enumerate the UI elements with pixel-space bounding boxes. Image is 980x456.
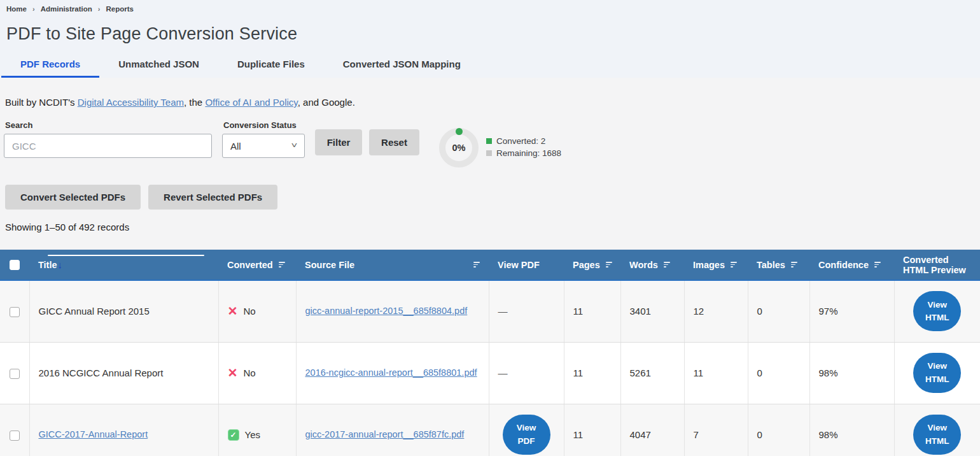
table-header: Title↓ Converted Source File View PDF Pa…	[0, 250, 980, 280]
conversion-status-group: Conversion Status All ˅	[222, 120, 305, 158]
column-header-images[interactable]: Images	[684, 250, 748, 280]
breadcrumb-item-reports[interactable]: Reports	[106, 5, 133, 13]
sort-icon[interactable]	[664, 262, 670, 267]
column-header-converted[interactable]: Converted	[218, 250, 296, 280]
sort-icon[interactable]	[606, 262, 612, 267]
breadcrumb-separator-icon: ›	[32, 5, 35, 13]
legend-item-remaining: Remaining: 1688	[486, 147, 561, 159]
breadcrumb-separator-icon: ›	[98, 5, 101, 13]
sort-icon[interactable]	[279, 262, 285, 267]
tables-cell: 0	[748, 342, 809, 404]
preview-cell: View HTML	[894, 280, 980, 342]
view-html-button[interactable]: View HTML	[913, 415, 961, 455]
remaining-legend-label: Remaining: 1688	[496, 147, 561, 159]
empty-value: —	[498, 306, 508, 317]
row-checkbox[interactable]	[10, 431, 20, 441]
pages-cell: 11	[564, 342, 620, 404]
column-label: Title	[38, 260, 57, 270]
column-label: Images	[693, 260, 725, 270]
tables-cell: 0	[748, 280, 809, 342]
sort-icon[interactable]	[731, 262, 737, 267]
source-file-link[interactable]: gicc-2017-annual-report__685f87fc.pdf	[305, 429, 465, 439]
column-header-tables[interactable]: Tables	[748, 250, 809, 280]
column-header-confidence[interactable]: Confidence	[809, 250, 894, 280]
source-file-cell: 2016-ncgicc-annual-report__685f8801.pdf	[296, 342, 489, 404]
conversion-status-select[interactable]: All ˅	[222, 134, 305, 158]
office-of-ai-and-policy-link[interactable]: Office of AI and Policy	[205, 97, 297, 108]
converted-swatch-icon	[486, 138, 492, 144]
column-label: Confidence	[818, 260, 869, 270]
converted-cell: ✕No	[218, 280, 296, 342]
source-file-link[interactable]: 2016-ncgicc-annual-report__685f8801.pdf	[305, 367, 477, 378]
conversion-progress: 0% Converted: 2 Remaining: 1688	[439, 128, 561, 167]
search-label: Search	[5, 120, 212, 130]
main-content: Built by NCDIT's Digital Accessibility T…	[0, 97, 980, 456]
tab-unmatched-json[interactable]: Unmatched JSON	[99, 53, 218, 78]
tab-converted-json-mapping[interactable]: Converted JSON Mapping	[324, 53, 480, 78]
revert-selected-pdfs-button[interactable]: Revert Selected PDFs	[148, 185, 277, 210]
title-cell: GICC Annual Report 2015	[29, 280, 218, 342]
converted-arc-indicator	[456, 128, 463, 135]
converted-status: No	[243, 367, 255, 378]
converted-status: No	[243, 306, 255, 317]
breadcrumb-item-administration[interactable]: Administration	[41, 5, 92, 13]
digital-accessibility-team-link[interactable]: Digital Accessibility Team	[78, 97, 184, 108]
progress-percent: 0%	[452, 143, 466, 153]
progress-donut-chart: 0%	[439, 128, 479, 167]
record-title-link[interactable]: GICC-2017-Annual-Report	[39, 429, 148, 439]
x-icon: ✕	[228, 367, 238, 379]
legend-item-converted: Converted: 2	[486, 135, 561, 147]
column-header-source-file[interactable]: Source File	[296, 250, 489, 280]
column-indicator-line	[48, 255, 204, 256]
sort-icon[interactable]	[874, 262, 881, 267]
select-all-checkbox[interactable]	[10, 260, 20, 270]
conversion-status-value: All	[230, 141, 241, 152]
images-cell: 7	[684, 404, 748, 456]
column-header-title[interactable]: Title↓	[29, 250, 218, 280]
words-cell: 3401	[620, 280, 684, 342]
sort-descending-arrow-icon: ↓	[58, 259, 63, 270]
column-header-words[interactable]: Words	[620, 250, 684, 280]
checkbox-cell	[0, 280, 29, 342]
convert-selected-pdfs-button[interactable]: Convert Selected PDFs	[5, 185, 141, 210]
table-row: 2016 NCGICC Annual Report ✕No 2016-ncgic…	[0, 342, 980, 404]
reset-button[interactable]: Reset	[369, 129, 419, 155]
converted-cell: ✓Yes	[218, 404, 296, 456]
column-label: Converted	[227, 260, 273, 270]
sort-icon[interactable]	[473, 262, 480, 267]
column-label: Words	[629, 260, 658, 270]
converted-legend-label: Converted: 2	[496, 135, 545, 147]
remaining-swatch-icon	[486, 150, 492, 156]
source-file-link[interactable]: gicc-annual-report-2015__685f8804.pdf	[305, 306, 468, 316]
view-html-button[interactable]: View HTML	[913, 353, 961, 393]
tab-pdf-records[interactable]: PDF Records	[1, 53, 99, 78]
bulk-actions: Convert Selected PDFs Revert Selected PD…	[5, 185, 980, 210]
pages-cell: 11	[564, 280, 620, 342]
checkbox-cell	[0, 342, 29, 404]
breadcrumb-item-home[interactable]: Home	[6, 5, 27, 13]
checkbox-cell	[0, 404, 29, 456]
confidence-cell: 98%	[809, 404, 894, 456]
row-checkbox[interactable]	[10, 369, 20, 379]
title-cell: 2016 NCGICC Annual Report	[29, 342, 218, 404]
byline-text: Built by NCDIT's	[5, 97, 78, 108]
confidence-cell: 98%	[809, 342, 894, 404]
tab-duplicate-files[interactable]: Duplicate Files	[218, 53, 324, 78]
tables-cell: 0	[748, 404, 809, 456]
column-header-converted-html-preview: Converted HTML Preview	[894, 250, 980, 280]
preview-cell: View HTML	[894, 342, 980, 404]
column-label: View PDF	[498, 260, 540, 270]
progress-legend: Converted: 2 Remaining: 1688	[486, 135, 561, 159]
x-icon: ✕	[228, 305, 238, 317]
sort-icon[interactable]	[791, 262, 797, 267]
view-pdf-button[interactable]: View PDF	[503, 415, 550, 455]
converted-cell: ✕No	[218, 342, 296, 404]
words-cell: 4047	[620, 404, 684, 456]
search-input[interactable]	[4, 134, 212, 158]
view-html-button[interactable]: View HTML	[913, 291, 961, 331]
empty-value: —	[498, 367, 508, 378]
column-header-pages[interactable]: Pages	[564, 250, 620, 280]
table-row: GICC-2017-Annual-Report ✓Yes gicc-2017-a…	[0, 404, 980, 456]
row-checkbox[interactable]	[10, 307, 20, 317]
filter-button[interactable]: Filter	[315, 129, 362, 155]
